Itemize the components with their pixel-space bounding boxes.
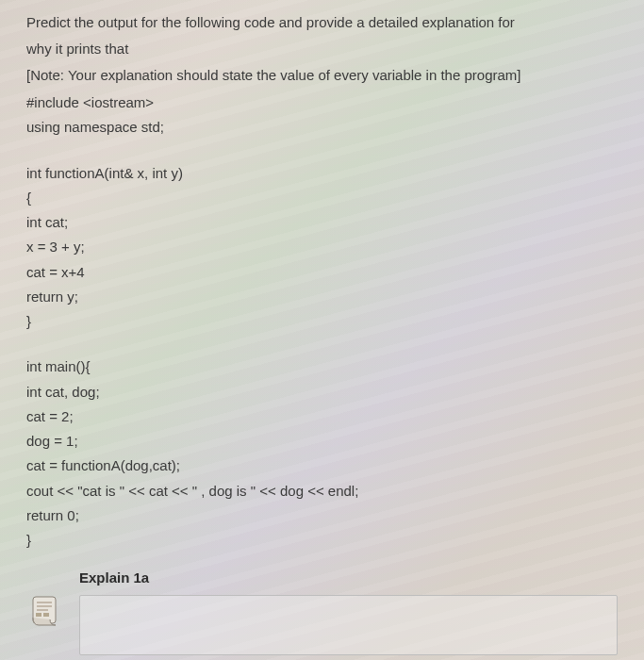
svg-rect-5 [43,613,49,617]
code-line: x = 3 + y; [26,235,618,259]
code-line: int functionA(int& x, int y) [26,161,618,186]
question-note: [Note: Your explanation should state the… [26,64,618,87]
code-line: int main(){ [26,355,618,379]
code-line: } [26,309,618,334]
code-line: cat = 2; [26,404,618,429]
code-blank [26,334,618,355]
code-line: } [26,528,618,553]
code-line: { [26,186,618,210]
code-blank [26,140,618,161]
paper-scroll-icon [26,592,66,632]
code-line: int cat; [26,210,618,235]
answer-input-box[interactable] [79,595,618,655]
code-line: cout << "cat is " << cat << " , dog is "… [26,479,618,503]
code-line: return y; [26,285,618,309]
question-prompt-line2: why it prints that [26,38,618,60]
code-line: return 0; [26,503,618,528]
code-line: using namespace std; [26,115,618,140]
code-line: int cat, dog; [26,380,618,404]
svg-rect-4 [36,613,41,617]
explain-label: Explain 1a [79,569,618,586]
explain-section: Explain 1a [26,569,618,655]
code-line: cat = functionA(dog,cat); [26,454,618,478]
code-line: cat = x+4 [26,260,618,285]
question-prompt-line1: Predict the output for the following cod… [26,11,618,34]
code-line: dog = 1; [26,429,618,454]
code-line: #include <iostream> [26,91,618,115]
